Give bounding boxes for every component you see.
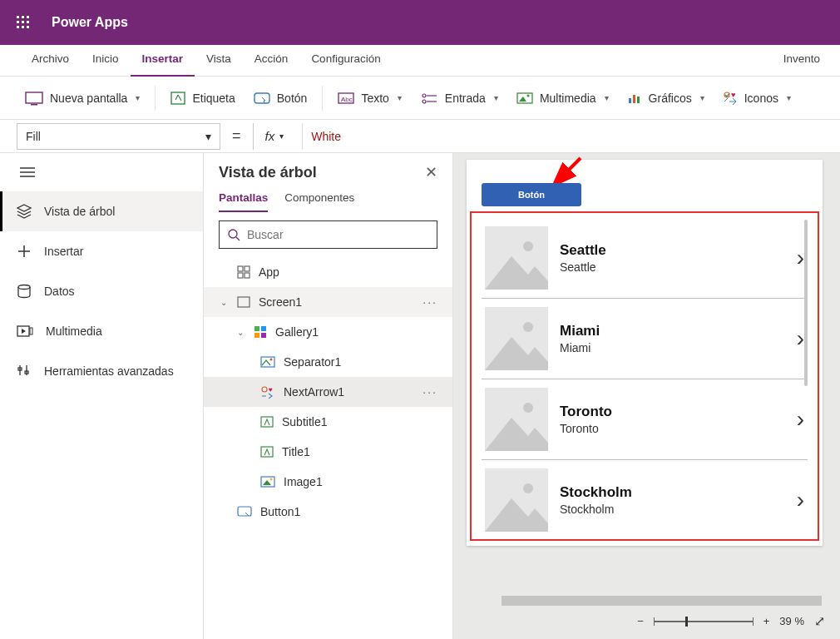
ribbon-media[interactable]: Multimedia ▾ (508, 87, 617, 109)
tree-node-title1[interactable]: Title1 (204, 437, 452, 467)
ribbon-input-label: Entrada (445, 92, 486, 105)
property-select[interactable]: Fill ▾ (17, 123, 220, 150)
ribbon-label-text: Etiqueta (192, 92, 235, 105)
menu-action[interactable]: Acción (243, 45, 300, 77)
ribbon-icons[interactable]: ♥ Iconos ▾ (714, 87, 799, 110)
svg-rect-47 (261, 326, 266, 331)
gallery-item[interactable]: Miami Miami › (482, 299, 808, 379)
close-icon[interactable]: ✕ (425, 163, 437, 181)
svg-rect-19 (517, 93, 532, 103)
svg-marker-20 (519, 97, 526, 102)
formula-input[interactable]: White (302, 123, 823, 150)
svg-rect-9 (26, 92, 42, 103)
gallery-item[interactable]: Seattle Seattle › (482, 218, 808, 299)
canvas[interactable]: Botón Seattle Seattle › Miami Miami › To… (467, 160, 823, 546)
svg-rect-46 (254, 326, 259, 331)
fx-button[interactable]: fx ▾ (253, 123, 296, 150)
tree-node-app[interactable]: App (204, 257, 452, 287)
tree-node-separator1[interactable]: Separator1 (204, 347, 452, 377)
ribbon-text-label: Texto (361, 92, 388, 105)
svg-rect-41 (238, 266, 243, 271)
nav-advanced-label: Herramientas avanzadas (44, 364, 174, 378)
horizontal-scrollbar[interactable] (467, 596, 825, 606)
gallery-item-title: Miami (560, 323, 600, 339)
ribbon-new-screen[interactable]: Nueva pantalla ▾ (17, 87, 148, 110)
chevron-right-icon[interactable]: › (797, 325, 804, 352)
canvas-button[interactable]: Botón (482, 183, 581, 206)
tree-node-image1[interactable]: Image1 (204, 467, 452, 497)
nav-insert[interactable]: Insertar (0, 231, 203, 271)
image-icon (260, 476, 275, 488)
more-icon[interactable]: ··· (422, 295, 437, 309)
svg-rect-59 (238, 507, 251, 516)
gallery-item-title: Stockholm (560, 484, 632, 501)
zoom-slider[interactable] (654, 621, 754, 622)
label-icon (170, 91, 185, 106)
tree-node-screen1[interactable]: ⌄ Screen1 ··· (204, 287, 452, 317)
ribbon-button[interactable]: Botón (245, 87, 316, 109)
tree-node-nextarrow1[interactable]: ♥ NextArrow1 ··· (204, 377, 452, 407)
svg-point-15 (422, 94, 426, 97)
svg-line-40 (236, 237, 240, 240)
ribbon-media-label: Multimedia (540, 92, 596, 105)
menu-view[interactable]: Vista (195, 45, 243, 77)
app-icon (237, 265, 250, 279)
nav-tree-view[interactable]: Vista de árbol (0, 191, 203, 231)
tree-label: NextArrow1 (284, 385, 344, 399)
ribbon-charts[interactable]: Gráficos ▾ (619, 87, 713, 109)
gallery-item[interactable]: Toronto Toronto › (482, 379, 808, 460)
svg-rect-45 (238, 297, 250, 307)
menu-file[interactable]: Archivo (20, 45, 81, 77)
fold-icon[interactable]: ⌄ (220, 298, 229, 307)
tree-tab-components[interactable]: Componentes (284, 191, 354, 212)
fold-icon[interactable]: ⌄ (237, 328, 245, 337)
svg-rect-5 (27, 21, 29, 23)
svg-point-21 (526, 94, 529, 97)
svg-rect-11 (171, 92, 185, 104)
menu-insert[interactable]: Insertar (131, 45, 195, 77)
nav-insert-label: Insertar (44, 245, 83, 258)
app-launcher-icon[interactable] (17, 16, 30, 29)
chevron-right-icon[interactable]: › (797, 245, 804, 271)
left-nav: Vista de árbol Insertar Datos Multimedia… (0, 153, 204, 639)
nav-data[interactable]: Datos (0, 271, 203, 311)
menu-right[interactable]: Invento (772, 45, 820, 77)
ribbon-text[interactable]: Abc Texto ▾ (329, 87, 409, 109)
svg-text:♥: ♥ (269, 386, 273, 394)
menu-home[interactable]: Inicio (81, 45, 131, 77)
zoom-in-button[interactable]: + (763, 615, 770, 627)
tree-node-subtitle1[interactable]: Subtitle1 (204, 407, 452, 437)
more-icon[interactable]: ··· (422, 385, 437, 399)
svg-rect-1 (22, 16, 24, 18)
screen-icon (25, 91, 43, 106)
gallery-item[interactable]: Stockholm Stockholm › (482, 460, 808, 534)
chevron-right-icon[interactable]: › (797, 487, 804, 513)
gallery-image-placeholder (485, 468, 548, 532)
menu-config[interactable]: Configuración (299, 45, 392, 77)
canvas-scrollbar[interactable] (804, 220, 808, 386)
gallery-selection[interactable]: Seattle Seattle › Miami Miami › Toronto … (470, 211, 819, 541)
ribbon-label[interactable]: Etiqueta (162, 87, 243, 110)
screen-icon (237, 296, 250, 308)
label-icon (260, 416, 274, 428)
nav-media[interactable]: Multimedia (0, 311, 203, 351)
nav-media-label: Multimedia (46, 324, 102, 338)
search-icon (228, 229, 240, 241)
expand-icon[interactable]: ⤢ (814, 613, 825, 629)
zoom-out-button[interactable]: − (637, 615, 644, 627)
svg-point-64 (523, 241, 533, 251)
tree-node-button1[interactable]: Button1 (204, 497, 452, 527)
nav-hamburger[interactable] (0, 153, 203, 191)
ribbon-input[interactable]: Entrada ▾ (412, 87, 506, 109)
svg-point-51 (270, 359, 273, 361)
tree-tab-screens[interactable]: Pantallas (219, 191, 268, 212)
tree-search-input[interactable] (247, 228, 428, 241)
tree-node-gallery1[interactable]: ⌄ Gallery1 (204, 317, 452, 347)
tree-search[interactable] (219, 220, 437, 249)
chevron-right-icon[interactable]: › (797, 406, 804, 433)
svg-point-58 (270, 478, 273, 481)
zoom-controls: − + 39 % ⤢ (637, 613, 825, 629)
nav-advanced[interactable]: Herramientas avanzadas (0, 351, 203, 391)
chevron-down-icon: ▾ (605, 93, 609, 102)
chevron-down-icon: ▾ (700, 93, 704, 102)
